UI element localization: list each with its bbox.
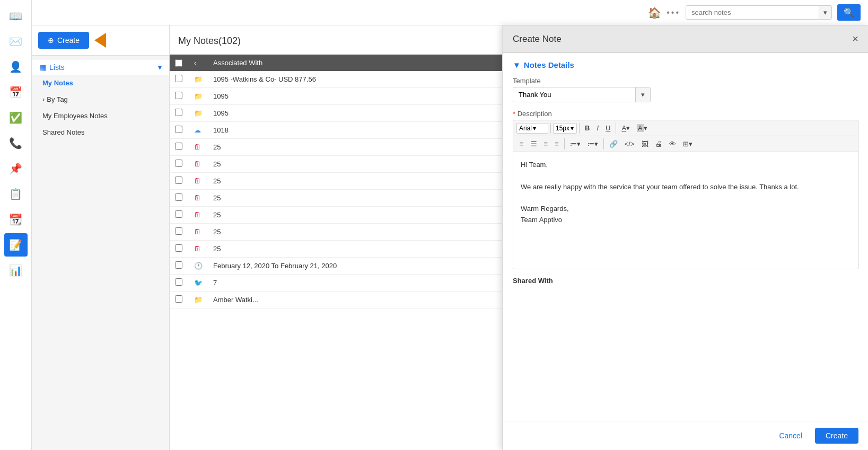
template-select[interactable]: Thank You Follow Up Meeting Notes [513, 87, 635, 102]
row-checkbox[interactable] [175, 109, 182, 116]
row-icon: 🗓 [194, 194, 201, 202]
search-input[interactable] [686, 6, 819, 19]
align-justify-button[interactable]: ≡ [551, 138, 562, 149]
lists-label: Lists [49, 63, 65, 72]
sidebar-item-shared-notes[interactable]: Shared Notes [32, 124, 169, 140]
editor-line-5: Warm Regards, [521, 204, 851, 215]
search-button[interactable]: 🔍 [837, 4, 861, 21]
row-checkbox[interactable] [175, 210, 182, 218]
font-color-button[interactable]: A ▾ [618, 122, 633, 134]
icon-bar-report[interactable]: 📋 [4, 182, 28, 206]
description-row: Description Arial ▾ 15px ▾ [513, 110, 858, 269]
icon-bar-pin[interactable]: 📌 [4, 157, 28, 180]
main-title: My Notes(102) [178, 36, 241, 47]
more-options-icon[interactable]: ••• [667, 8, 680, 17]
ul-chevron: ▾ [577, 140, 581, 148]
bold-button[interactable]: B [582, 122, 593, 134]
sidebar-item-my-notes[interactable]: My Notes [32, 75, 169, 91]
row-associated-with: 1095 [213, 92, 538, 100]
row-checkbox[interactable] [175, 177, 182, 184]
font-family-select[interactable]: Arial ▾ [516, 123, 548, 134]
template-dropdown-button[interactable]: ▾ [635, 87, 650, 102]
align-group: ≡ ☰ ≡ ≡ [516, 138, 565, 149]
font-family-chevron: ▾ [533, 125, 536, 132]
collapse-chevron-icon: ▼ [513, 60, 521, 69]
icon-bar-book[interactable]: 📖 [4, 4, 28, 28]
font-size-select[interactable]: 15px ▾ [553, 123, 577, 134]
row-associated-with: 1018 [213, 126, 538, 134]
icon-bar-phone[interactable]: 📞 [4, 131, 28, 155]
row-checkbox[interactable] [175, 75, 182, 82]
cancel-button[interactable]: Cancel [771, 428, 810, 444]
back-icon[interactable]: ‹ [194, 59, 196, 67]
table-button[interactable]: ⊞ ▾ [680, 138, 696, 149]
icon-bar-person[interactable]: 👤 [4, 55, 28, 78]
lists-section: ▦ Lists ▾ My Notes › By Tag My Employees… [32, 56, 169, 145]
row-checkbox[interactable] [175, 160, 182, 167]
icon-bar-notes-active[interactable]: 📝 [4, 233, 28, 257]
panel-title: Create Note [513, 34, 562, 45]
row-icon: 🗓 [194, 228, 201, 236]
row-icon: 🗓 [194, 211, 201, 219]
icon-bar-check[interactable]: ✅ [4, 106, 28, 129]
header-checkbox-cell [175, 59, 194, 67]
row-icon: 🕐 [194, 262, 203, 270]
row-checkbox[interactable] [175, 295, 182, 303]
row-icon: 🗓 [194, 160, 201, 168]
notes-details-toggle[interactable]: ▼ Notes Details [513, 60, 858, 69]
italic-button[interactable]: I [593, 122, 602, 134]
font-size-group: 15px ▾ [553, 123, 580, 134]
format-group: B I U [582, 122, 616, 134]
align-left-button[interactable]: ≡ [516, 138, 527, 149]
row-checkbox[interactable] [175, 126, 182, 133]
chevron-down-icon: ▾ [158, 63, 162, 72]
row-checkbox[interactable] [175, 227, 182, 235]
code-button[interactable]: </> [621, 138, 638, 149]
template-row: Template Thank You Follow Up Meeting Not… [513, 77, 858, 102]
row-associated-with: 25 [213, 143, 538, 151]
color-group: A ▾ A ▾ [618, 122, 652, 134]
row-checkbox[interactable] [175, 278, 182, 286]
search-dropdown-button[interactable]: ▾ [819, 6, 831, 19]
row-checkbox[interactable] [175, 261, 182, 269]
search-container: ▾ [686, 5, 832, 20]
unordered-list-button[interactable]: ≔ ▾ [567, 138, 584, 149]
row-checkbox[interactable] [175, 92, 182, 99]
panel-header: Create Note × [503, 25, 868, 53]
row-checkbox[interactable] [175, 244, 182, 252]
editor-container: Arial ▾ 15px ▾ B I U [513, 120, 858, 269]
align-right-button[interactable]: ≡ [541, 138, 551, 149]
panel-close-button[interactable]: × [852, 33, 858, 45]
row-associated-with: 1095 -Watkins & Co- USD 877.56 [213, 75, 538, 83]
sidebar-item-by-tag[interactable]: › By Tag [32, 91, 169, 108]
lists-header[interactable]: ▦ Lists ▾ [32, 60, 169, 75]
icon-bar-mail[interactable]: ✉️ [4, 30, 28, 53]
description-label: Description [513, 110, 858, 118]
highlight-chevron: ▾ [644, 124, 647, 132]
link-button[interactable]: 🔗 [606, 138, 621, 149]
underline-button[interactable]: U [602, 122, 613, 134]
icon-bar-cal31[interactable]: 📆 [4, 208, 28, 231]
align-center-button[interactable]: ☰ [528, 138, 540, 149]
select-all-checkbox[interactable] [175, 59, 182, 67]
row-checkbox[interactable] [175, 193, 182, 201]
panel-create-button[interactable]: Create [815, 428, 858, 444]
create-button[interactable]: ⊕ Create [38, 32, 89, 49]
icon-bar-chart[interactable]: 📊 [4, 259, 28, 282]
row-icon: 📁 [194, 296, 203, 304]
ordered-list-button[interactable]: ≔ ▾ [584, 138, 601, 149]
image-button[interactable]: 🖼 [638, 138, 652, 149]
icon-bar-calendar[interactable]: 📅 [4, 81, 28, 104]
print-button[interactable]: 🖨 [652, 138, 665, 149]
editor-content[interactable]: Hi Team, We are really happy with the se… [513, 152, 858, 269]
sidebar-item-my-employees-notes[interactable]: My Employees Notes [32, 108, 169, 124]
row-checkbox[interactable] [175, 143, 182, 150]
row-icon: 🗓 [194, 143, 201, 151]
home-icon[interactable]: 🏠 [648, 6, 661, 19]
editor-line-1: Hi Team, [521, 160, 851, 171]
row-icon: 📁 [194, 92, 203, 100]
preview-button[interactable]: 👁 [666, 138, 679, 149]
create-button-label: Create [57, 36, 80, 45]
highlight-button[interactable]: A ▾ [634, 122, 651, 134]
font-family-group: Arial ▾ [516, 123, 551, 134]
